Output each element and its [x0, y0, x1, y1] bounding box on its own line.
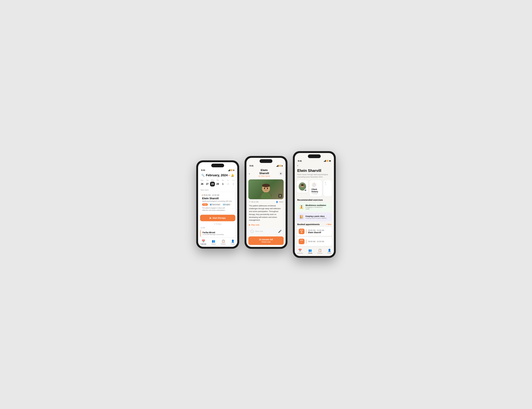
second-appointment-card[interactable]: Fariba Mirzaii 11:00 AM Marriage counsel… [200, 230, 235, 237]
microphone-button[interactable]: 🎤 [278, 230, 282, 233]
nav-clients-3[interactable]: 👥 Clients [308, 249, 312, 254]
scene: 9:41 📶 ▮ 🔍 February, 2024 ▾ [188, 143, 344, 266]
profile-icon-3: 👤 [328, 249, 331, 252]
day-fri[interactable]: Fri 1 [220, 180, 226, 186]
wifi-icon-3: 📶 [326, 160, 329, 162]
day-badge-1: 5 [300, 231, 303, 233]
new-note-row[interactable]: + New note 🎤 [248, 228, 284, 235]
back-button-2[interactable]: ‹ [249, 172, 250, 175]
nav-finance-3[interactable]: 📋 Finance [317, 249, 323, 254]
day-wed-active[interactable]: Wed 28 [210, 180, 215, 186]
client-label: 👤 Client [276, 201, 283, 203]
month-label: February, 2024 [206, 173, 228, 177]
wifi-icon-2: 📶 [279, 165, 281, 167]
clients-icon-1: 👥 [212, 239, 215, 243]
nav-calendar-1[interactable]: 📅 Calendar [201, 239, 207, 245]
day-sun[interactable]: Sun 3 [231, 180, 236, 186]
exercise-mindfulness-info: Mindfulness meditation Engaging in mindf… [305, 204, 328, 210]
plus-icon[interactable]: + [250, 230, 254, 233]
client-history-card[interactable]: 🕐 Client history 7 entries [309, 180, 322, 196]
appointment-card[interactable]: 09:00 AM - 10:30 AM Elwin Sharvill Adult… [200, 192, 235, 213]
nav-profile-1[interactable]: 👤 Profile [231, 239, 235, 245]
dynamic-island-2 [260, 159, 272, 163]
notifications-button[interactable]: 🔔 [230, 173, 235, 178]
second-appt-name: Fariba Mirzaii [202, 231, 233, 234]
session-meta: ⏱ 09:12 AM 👤 Client [247, 201, 285, 204]
day-tue[interactable]: Tue 27 [205, 180, 210, 186]
svg-point-4 [267, 188, 268, 189]
signal-icon-2 [276, 165, 278, 167]
day-mon[interactable]: Mon 26 [200, 180, 205, 186]
calendar-icon-1: 📅 [202, 239, 205, 243]
history-clock-icon: 🕐 [312, 182, 317, 187]
person-icon: 👤 [276, 201, 278, 203]
history-entries: 7 entries [312, 193, 320, 194]
exercise-chevron-icon-2: › [329, 216, 330, 218]
booked-header: Booked appointments + New [295, 223, 334, 227]
session-notes: The patient addresses emotional challeng… [247, 204, 285, 223]
status-icons-2: 📶 ▮ [276, 165, 283, 167]
day-thu[interactable]: Thu 29 [215, 180, 220, 186]
next-client-label: Next client [198, 188, 237, 192]
profile-icon-1: 👤 [231, 239, 235, 243]
exercise-diary-sub: Keeping track of panic attacks... [305, 217, 328, 219]
svg-point-6 [301, 184, 304, 186]
new-note-placeholder: New note [255, 230, 278, 232]
nav-calendar-3[interactable]: 📅 Calendar [297, 249, 303, 254]
signal-icon-1 [228, 169, 230, 171]
battery-icon-3: ▮▮ [329, 160, 331, 162]
delete-photo-button[interactable]: 🗑 [278, 194, 282, 198]
nav-finance-1[interactable]: 📋 Finance [221, 239, 226, 245]
status-time-3: 9:41 [298, 160, 302, 162]
booking-separator-1 [306, 229, 306, 234]
month-title[interactable]: February, 2024 ▾ [206, 173, 230, 177]
profile-cards-row: 📷 🕐 Client history 7 entries A... Do... [295, 180, 334, 199]
finance-icon-1: 📋 [221, 239, 225, 243]
clock-icon: ⏱ [249, 201, 251, 203]
date-badge-2: MAR · [299, 239, 304, 244]
session-time: ⏱ 09:12 AM [249, 201, 258, 203]
tag-panic: Panic [202, 203, 208, 206]
date-badge-1: MAR 5 [299, 229, 304, 234]
exercise-diary[interactable]: 📔 Keeping a panic diary Keeping track of… [297, 213, 332, 221]
tag-row: Panic 👤 Face-to-face 🌐 English [202, 203, 233, 206]
finance-icon-3: 📋 [318, 249, 322, 252]
chevron-right-icon: › [233, 207, 233, 210]
status-icons-3: 📶 ▮▮ [324, 160, 331, 162]
day-badge-2: · [300, 241, 303, 243]
week-strip: Mon 26 Tue 27 Wed 28 Thu 29 Fri 1 [198, 179, 237, 188]
booking-info-1: 09:00 AM - 10:30 AM Elwin Sharvill [308, 229, 324, 234]
phone-calendar: 9:41 📶 ▮ 🔍 February, 2024 ▾ [196, 161, 239, 248]
signal-icon-3 [324, 160, 326, 162]
back-button-3[interactable]: ‹ [297, 164, 331, 167]
appointment-type: Adult psychological counseling (90 min) [202, 200, 233, 202]
day-sat[interactable]: Sat 2 [226, 180, 231, 186]
timer-label: 32 minutes left [259, 238, 273, 241]
nav-clients-1[interactable]: 👥 Clients [211, 239, 216, 245]
search-button[interactable]: 🔍 [201, 173, 205, 178]
status-time-1: 9:41 [201, 169, 205, 171]
client-description: Panic issues through adult psychological… [295, 173, 334, 180]
play-note-button[interactable]: ▶ Play note [249, 224, 283, 226]
bottom-nav-1: 📅 Calendar 👥 Clients 📋 Finance 👤 Profile [198, 238, 237, 247]
clinic-record-icon: ⊕ [258, 175, 260, 177]
diary-icon: 📔 [299, 214, 304, 220]
camera-icon[interactable]: 📷 [304, 189, 307, 191]
clients-icon-3: 👥 [308, 249, 312, 252]
pause-button[interactable]: ⏸ [278, 171, 283, 176]
start-therapy-button[interactable]: ▶ Start therapy [200, 215, 235, 221]
new-appointment-button[interactable]: + New [326, 223, 331, 225]
session-header: ‹ Elwin Sharvill ⊕ Clinic record ⏸ [247, 168, 285, 179]
finish-sub-label: Finish now [262, 241, 271, 243]
appointment-time: 09:00 AM - 10:30 AM [202, 194, 233, 196]
booking-card-1[interactable]: MAR 5 09:00 AM - 10:30 AM Elwin Sharvill [297, 227, 332, 236]
nav-profile-3[interactable]: 👤 Profile [327, 249, 331, 254]
clinic-record-link[interactable]: ⊕ Clinic record [250, 175, 278, 179]
exercise-mindfulness[interactable]: 🧘 Mindfulness meditation Engaging in min… [297, 202, 332, 211]
finish-now-button[interactable]: 32 minutes left Finish now [248, 236, 284, 245]
chevron-down-icon: ▾ [228, 174, 229, 176]
avatar-svg [299, 183, 305, 190]
booking-card-2[interactable]: MAR · 09:00 AM - 10:30 AM [297, 237, 332, 246]
calendar-icon-3: 📅 [298, 249, 302, 252]
dynamic-island-1 [211, 164, 224, 167]
